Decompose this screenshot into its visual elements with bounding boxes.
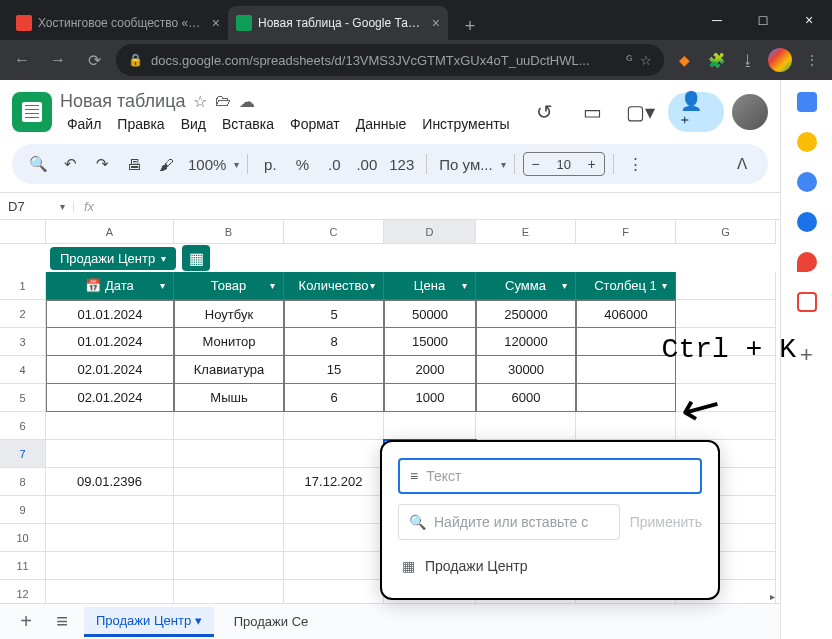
cell[interactable] [46,552,174,580]
cell[interactable]: 6 [284,384,384,412]
scroll-right-icon[interactable]: ▸ [764,591,780,603]
comments-button[interactable]: ▭ [572,92,612,132]
menu-tools[interactable]: Инструменты [415,114,516,134]
row-header[interactable]: 9 [0,496,46,524]
select-all-corner[interactable] [0,220,46,244]
star-icon[interactable]: ☆ [640,53,652,68]
cell[interactable]: Цена▾ [384,272,476,300]
cell[interactable] [576,384,676,412]
number-format-button[interactable]: 123 [385,150,418,178]
sheets-logo[interactable] [12,92,52,132]
cell[interactable]: Количество▾ [284,272,384,300]
cell[interactable]: 📅 Дата▾ [46,272,174,300]
row-header[interactable]: 3 [0,328,46,356]
menu-edit[interactable]: Правка [110,114,171,134]
row-header[interactable]: 1 [0,272,46,300]
browser-tab-2[interactable]: Новая таблица - Google Табли × [228,6,448,40]
redo-button[interactable]: ↷ [88,150,116,178]
cell[interactable] [174,440,284,468]
addon-icon[interactable] [797,292,817,312]
cell[interactable]: 2000 [384,356,476,384]
cell[interactable] [284,524,384,552]
cell[interactable] [384,412,476,440]
cloud-icon[interactable]: ☁ [239,92,255,111]
account-avatar[interactable] [732,94,768,130]
col-header-d[interactable]: D [384,220,476,244]
col-header-b[interactable]: B [174,220,284,244]
col-header-c[interactable]: C [284,220,384,244]
forward-button[interactable]: → [44,46,72,74]
row-header[interactable]: 7 [0,440,46,468]
menu-insert[interactable]: Вставка [215,114,281,134]
maps-icon[interactable] [797,252,817,272]
row-header[interactable]: 10 [0,524,46,552]
cell[interactable] [476,412,576,440]
document-name[interactable]: Новая таблица [60,91,186,112]
back-button[interactable]: ← [8,46,36,74]
cell[interactable] [284,552,384,580]
cell[interactable]: 50000 [384,300,476,328]
row-header[interactable]: 5 [0,384,46,412]
cell[interactable]: 02.01.2024 [46,356,174,384]
more-tools-button[interactable]: ⋮ [622,150,650,178]
col-header-e[interactable]: E [476,220,576,244]
zoom-select[interactable]: 100% [184,150,230,178]
extensions-icon[interactable]: 🧩 [704,48,728,72]
cell[interactable]: 15000 [384,328,476,356]
cell[interactable]: 8 [284,328,384,356]
url-input[interactable]: 🔒 docs.google.com/spreadsheets/d/13VMS3J… [116,44,664,76]
apply-button[interactable]: Применить [630,514,702,530]
cell[interactable] [284,496,384,524]
share-button[interactable]: 👤⁺ [668,92,724,132]
calendar-icon[interactable] [797,92,817,112]
browser-tab-1[interactable]: Хостинговое сообщество «Tim × [8,6,228,40]
profile-avatar[interactable] [768,48,792,72]
minimize-button[interactable]: ─ [694,0,740,40]
cell[interactable] [46,412,174,440]
browser-menu-icon[interactable]: ⋮ [800,48,824,72]
sheet-tab-2[interactable]: Продажи Се [222,608,321,635]
cell[interactable] [676,272,776,300]
table-expand-button[interactable]: ▦ [182,245,210,271]
cell[interactable]: 15 [284,356,384,384]
cell[interactable]: 6000 [476,384,576,412]
search-menu-button[interactable]: 🔍 [24,150,52,178]
currency-button[interactable]: р. [256,150,284,178]
menu-data[interactable]: Данные [349,114,414,134]
cell[interactable] [46,524,174,552]
table-name-chip[interactable]: Продажи Центр ▾ [50,247,176,270]
cell[interactable]: 01.01.2024 [46,300,174,328]
cell[interactable]: 120000 [476,328,576,356]
keep-icon[interactable] [797,132,817,152]
row-header[interactable]: 8 [0,468,46,496]
cell[interactable] [676,300,776,328]
cell[interactable]: Товар▾ [174,272,284,300]
translate-icon[interactable]: ᴳ [626,53,632,68]
cell[interactable]: Клавиатура [174,356,284,384]
new-tab-button[interactable]: + [456,12,484,40]
dec-increase-button[interactable]: .00 [352,150,381,178]
cell[interactable]: 01.01.2024 [46,328,174,356]
sheet-tab-active[interactable]: Продажи Центр ▾ [84,607,214,637]
link-search-input[interactable]: 🔍 Найдите или вставьте с [398,504,620,540]
extension-metamask-icon[interactable]: ◆ [672,48,696,72]
row-header[interactable]: 4 [0,356,46,384]
percent-button[interactable]: % [288,150,316,178]
cell[interactable]: 30000 [476,356,576,384]
cell[interactable]: Ноутбук [174,300,284,328]
close-icon[interactable]: × [212,15,220,31]
close-icon[interactable]: × [432,15,440,31]
maximize-button[interactable]: □ [740,0,786,40]
star-icon[interactable]: ☆ [193,92,207,111]
fontsize-value[interactable]: 10 [548,157,580,172]
history-button[interactable]: ↺ [525,92,565,132]
cell[interactable]: 5 [284,300,384,328]
cell[interactable]: Сумма▾ [476,272,576,300]
cell-reference[interactable]: D7 [0,199,60,214]
cell[interactable] [46,440,174,468]
cell[interactable] [174,580,284,603]
link-suggestion-item[interactable]: ▦ Продажи Центр [398,550,702,582]
font-select[interactable]: По ум... [435,150,496,178]
col-header-a[interactable]: A [46,220,174,244]
fontsize-decrease[interactable]: − [524,156,548,172]
